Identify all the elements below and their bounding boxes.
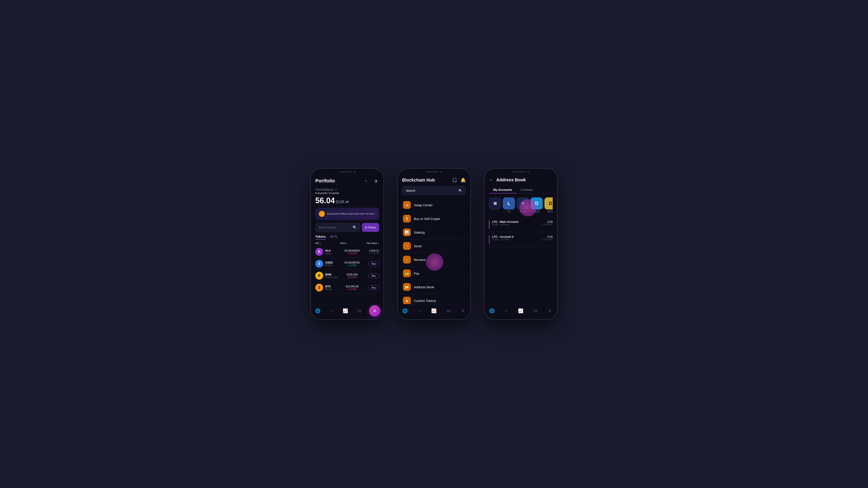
menu-swap-center[interactable]: ⇄ Swap Center › — [402, 198, 466, 212]
usdc-buy-btn[interactable]: Buy — [369, 261, 379, 266]
sort-price[interactable]: Price ↕ — [340, 242, 347, 245]
account-addr-2: ltc1qv5...um7rld9 — [492, 238, 514, 241]
tab-my-accounts[interactable]: My Accounts — [489, 186, 517, 193]
nav-globe[interactable]: 🌐 — [314, 307, 322, 315]
bell-icon[interactable]: 🔔 — [461, 177, 466, 183]
nav2-wallet[interactable]: 🗂 — [445, 307, 453, 315]
notch-bar-3 — [513, 171, 526, 172]
promo-arrow: › — [375, 212, 376, 216]
nav2-menu[interactable]: ≡ — [459, 307, 467, 315]
search-filter-row: 🔍 ⊞ Tokens — [315, 223, 379, 232]
nav-wallet[interactable]: 🗂 — [355, 307, 363, 315]
list-item[interactable]: LTC - Main Account ltc1qi2...pk3v09w 0.0… — [489, 217, 553, 232]
tab-nfts[interactable]: NFTs — [330, 235, 337, 240]
dash-icon-label: DASH — [534, 210, 540, 213]
add-button[interactable]: + — [363, 177, 370, 184]
phone2-bottom-nav: 🌐 ↔ 📈 🗂 ≡ — [398, 304, 470, 319]
phones-container: Portfolio + ◑ Total Balance ⊘ 8 accounts… — [310, 168, 558, 320]
crypto-icons-row: ⊞ L LTC ✦ ATOM D DASH D DOGE — [489, 197, 553, 213]
support-icon[interactable]: 🎧 — [452, 177, 458, 183]
account-border-2 — [489, 235, 490, 244]
list-item[interactable]: ✦ ATOM — [517, 197, 529, 213]
promo-banner[interactable]: 💰 Buying and selling crypto was never so… — [315, 208, 379, 220]
klv-logo: K — [315, 248, 323, 256]
account-name-1: LTC - Main Account — [492, 220, 519, 223]
bnb-buy-col: Buy — [361, 273, 379, 278]
hub-search[interactable]: Search 🔍 — [402, 186, 466, 195]
nav3-globe[interactable]: 🌐 — [488, 307, 496, 315]
atom-icon-label: ATOM — [520, 210, 526, 213]
doge-icon: D — [545, 197, 553, 209]
nav3-wallet[interactable]: 🗂 — [531, 307, 539, 315]
search-box[interactable]: 🔍 — [315, 223, 360, 232]
list-item[interactable]: ⊞ — [489, 197, 501, 213]
list-item[interactable]: D DOGE — [545, 197, 553, 213]
menu-address-book[interactable]: 📁 Address Book › — [402, 280, 466, 294]
usdc-logo: $ — [315, 260, 323, 268]
sort-az[interactable]: A/Z ↕ — [315, 242, 321, 245]
nav3-menu[interactable]: ≡ — [546, 307, 554, 315]
list-item[interactable]: D DASH — [531, 197, 543, 213]
sort-fiat[interactable]: Fiat Value ↕ — [367, 242, 379, 245]
chart-icon[interactable]: ◑ — [372, 177, 379, 184]
notch-1 — [334, 169, 360, 175]
promo-icon: 💰 — [319, 211, 325, 217]
fab-button[interactable]: ≡ — [369, 305, 380, 317]
nav3-swap[interactable]: ↔ — [502, 307, 510, 315]
account-name-2: LTC - Account 2 — [492, 235, 514, 238]
bnb-price-col: €226.558 ▼ 0.32% — [343, 273, 361, 279]
portfolio-header-icons: + ◑ — [363, 177, 379, 184]
list-item[interactable]: LTC - Account 2 ltc1qv5...um7rld9 0.00 ≈… — [489, 232, 553, 247]
nav-chart[interactable]: 📈 — [342, 307, 349, 315]
account-list: LTC - Main Account ltc1qi2...pk3v09w 0.0… — [489, 217, 553, 247]
nav2-globe[interactable]: 🌐 — [401, 307, 409, 315]
custom-tokens-icon: ◈ — [403, 297, 411, 304]
notch-dot-3 — [527, 171, 529, 173]
account-details-2: LTC - Account 2 ltc1qv5...um7rld9 — [492, 235, 514, 241]
custom-tokens-label: Custom Tokens — [414, 299, 464, 302]
menu-send[interactable]: ↑ Send › — [402, 239, 466, 253]
account-left-1: LTC - Main Account ltc1qi2...pk3v09w — [489, 220, 519, 229]
tokens-filter-btn[interactable]: ⊞ Tokens — [362, 223, 379, 232]
menu-pay[interactable]: 💳 Pay › — [402, 266, 466, 280]
btc-price-col: €33,595.85 ▼ 2.50% — [343, 285, 361, 290]
klv-price: €0.00384924 — [343, 249, 361, 252]
menu-buy-sell[interactable]: $ Buy or Sell Crypto › — [402, 212, 466, 226]
btc-change: ▼ 2.50% — [343, 288, 361, 290]
klv-change: ▼ 10.82% — [343, 252, 361, 255]
nav3-chart[interactable]: 📈 — [517, 307, 525, 315]
tab-tokens[interactable]: Tokens — [315, 235, 326, 240]
btc-buy-col: Buy — [361, 285, 379, 290]
custom-tokens-arrow: › — [464, 299, 465, 302]
receive-icon: ↓ — [403, 256, 411, 263]
list-item[interactable]: L LTC — [503, 197, 515, 213]
phone-hub: Blockchain Hub 🎧 🔔 Search 🔍 ⇄ Swap Cente… — [397, 168, 471, 320]
nav-swap[interactable]: ↔ — [328, 307, 336, 315]
klv-price-col: €0.00384924 ▼ 10.82% — [343, 249, 361, 255]
promo-text: Buying and selling crypto was never so e… — [327, 212, 374, 215]
menu-receive[interactable]: ↓ Receive › — [402, 253, 466, 266]
receive-label: Receive — [414, 258, 464, 262]
btc-buy-btn[interactable]: Buy — [369, 285, 379, 290]
bnb-info: BNB BinanceCoin — [325, 273, 343, 279]
nav2-swap[interactable]: ↔ — [415, 307, 423, 315]
search-tokens-input[interactable] — [318, 226, 351, 229]
notch-dot-2 — [440, 171, 442, 173]
nav2-chart[interactable]: 📈 — [430, 307, 438, 315]
klv-name: Klever — [325, 252, 343, 255]
usdc-info: USDC ERC20 — [325, 261, 343, 266]
tab-contacts[interactable]: Contacts — [517, 186, 537, 193]
klv-symbol: KLV — [325, 249, 343, 252]
account-left-2: LTC - Account 2 ltc1qv5...um7rld9 — [489, 235, 514, 244]
back-button[interactable]: ← — [489, 177, 493, 183]
klv-fiat-eur: ≈ 7.48 EUR — [361, 252, 379, 254]
menu-staking[interactable]: 📊 Staking › — [402, 226, 466, 239]
phone-address-book: ← Address Book My Accounts Contacts ⊞ L … — [484, 168, 558, 320]
balance-section: Total Balance ⊘ 8 accounts / 14 assets 5… — [315, 188, 379, 205]
pay-icon: 💳 — [403, 269, 411, 277]
klv-info: KLV Klever — [325, 249, 343, 255]
bnb-symbol: BNB — [325, 273, 343, 276]
table-row: $ USDC ERC20 €0.92208781 ▲ 0.02% Buy — [315, 258, 379, 269]
bnb-buy-btn[interactable]: Buy — [369, 273, 379, 278]
account-details-1: LTC - Main Account ltc1qi2...pk3v09w — [492, 220, 519, 226]
